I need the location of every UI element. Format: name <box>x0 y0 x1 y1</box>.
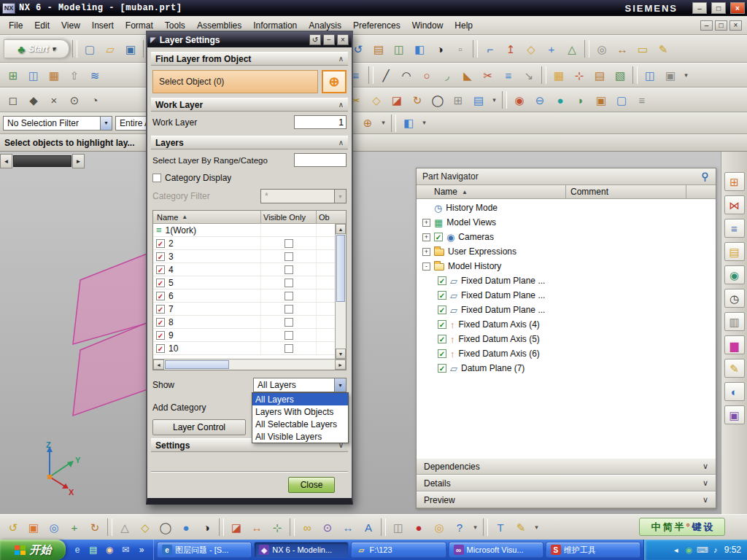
true-shading-icon[interactable]: ◑ <box>430 39 449 58</box>
menu-view[interactable]: View <box>55 18 86 34</box>
ql-show-desktop-icon[interactable]: ▤ <box>86 542 101 557</box>
tree-item[interactable]: +✓◉Cameras <box>417 230 716 244</box>
ime-item[interactable]: 设 <box>704 522 713 532</box>
scroll-down-icon[interactable]: ▼ <box>336 349 346 359</box>
ql-more-icon[interactable]: » <box>134 542 149 557</box>
line-icon[interactable]: ╱ <box>376 66 395 85</box>
grid-table-icon[interactable]: ⊞ <box>449 90 468 109</box>
window-close-button[interactable]: × <box>730 2 745 14</box>
touch-panel-icon[interactable]: ▣ <box>724 405 745 424</box>
chevron-up-icon[interactable]: ∧ <box>338 55 344 63</box>
feature-check-icon[interactable]: ✓ <box>438 306 446 314</box>
bottom-more2-icon[interactable]: ▾ <box>532 518 541 537</box>
snap-quadrant-icon[interactable]: ◔ <box>85 90 104 109</box>
column-objects[interactable]: Ob <box>317 211 346 223</box>
scroll-thumb[interactable] <box>165 360 229 369</box>
tree-item[interactable]: ✓↑Fixed Datum Axis (6) <box>417 346 716 361</box>
tray-expand-icon[interactable]: ◂ <box>670 544 682 556</box>
layer-row[interactable]: ✓6 <box>153 289 335 303</box>
extrude-icon[interactable]: ◪ <box>387 90 406 109</box>
subtract-icon[interactable]: ⊖ <box>530 90 549 109</box>
ime-item[interactable]: 键 <box>692 522 702 532</box>
taskbar-task[interactable]: ▱F:\123 <box>351 542 446 558</box>
section-layers[interactable]: Layers ∧ <box>151 136 348 149</box>
show-option[interactable]: Layers With Objects <box>252 405 348 418</box>
menu-window[interactable]: Window <box>406 18 449 34</box>
tree-item[interactable]: ✓▱Fixed Datum Plane ... <box>417 303 716 317</box>
assembly-navigator-icon[interactable]: ⊞ <box>724 172 745 191</box>
visible-only-checkbox[interactable] <box>285 239 293 248</box>
tree-item[interactable]: ✓▱Datum Plane (7) <box>417 361 716 376</box>
feature-check-icon[interactable]: ✓ <box>438 364 446 373</box>
window-new-icon[interactable]: ▣ <box>661 66 680 85</box>
ql-media-player-icon[interactable]: ◉ <box>102 542 117 557</box>
start-menu-icon[interactable]: ♣Start▾ <box>4 39 69 58</box>
layer-selectable-checkbox[interactable]: ✓ <box>156 252 165 261</box>
panel-details[interactable]: Details∨ <box>417 475 716 491</box>
row3-more-icon[interactable]: ▾ <box>489 90 499 109</box>
scroll-right-icon[interactable]: ► <box>335 359 346 370</box>
chain-link-icon[interactable]: ∞ <box>298 518 317 537</box>
constraint-navigator-icon[interactable]: ⋈ <box>724 195 745 214</box>
window-maximize-button[interactable]: □ <box>711 2 726 14</box>
circle-icon[interactable]: ○ <box>417 66 436 85</box>
snap-point-icon[interactable]: ⊕ <box>358 114 377 133</box>
ql-internet-explorer-icon[interactable]: e <box>70 542 85 557</box>
move-object-icon[interactable]: ↔ <box>247 518 266 537</box>
chevron-up-icon[interactable]: ∧ <box>338 101 344 109</box>
snap-more-icon[interactable]: ▾ <box>379 114 388 133</box>
part-navigator-icon[interactable]: ≡ <box>724 219 745 238</box>
context-help-icon[interactable]: ? <box>450 518 469 537</box>
layer-table-header[interactable]: Name ▲ Visible Only Ob <box>153 211 346 224</box>
export-part-icon[interactable]: ▫ <box>451 39 470 58</box>
orient-view-icon[interactable]: △ <box>562 39 581 58</box>
constraints-icon[interactable]: ⊙ <box>318 518 337 537</box>
layer-row[interactable]: ✓3 <box>153 250 335 263</box>
measure-distance-icon[interactable]: ↔ <box>613 39 632 58</box>
visible-only-checkbox[interactable] <box>285 292 293 300</box>
bottom-more1-icon[interactable]: ▾ <box>471 518 480 537</box>
save-file-icon[interactable]: ▣ <box>121 39 140 58</box>
view-section-icon[interactable]: ▤ <box>469 90 488 109</box>
layer-row[interactable]: ✓5 <box>153 276 335 289</box>
hd3d-tools-icon[interactable]: ◉ <box>724 265 745 284</box>
column-name[interactable]: Name <box>434 187 457 197</box>
tray-ime-icon[interactable]: ⌨ <box>697 544 708 556</box>
tree-item[interactable]: -Model History <box>417 259 716 273</box>
menu-help[interactable]: Help <box>449 18 479 34</box>
column-comment[interactable]: Comment <box>566 185 686 198</box>
feature-check-icon[interactable]: ✓ <box>434 233 443 241</box>
dialog-close-icon[interactable]: × <box>337 34 349 45</box>
chevron-down-icon[interactable]: ▼ <box>334 378 346 392</box>
feature-check-icon[interactable]: ✓ <box>438 276 446 285</box>
trim-curve-icon[interactable]: ✂ <box>479 66 498 85</box>
work-part-icon[interactable]: ◧ <box>399 114 418 133</box>
collapse-icon[interactable]: - <box>422 262 430 271</box>
show-option[interactable]: All Layers <box>252 393 348 405</box>
scroll-right-icon[interactable]: ► <box>72 154 85 168</box>
promote-body-icon[interactable]: ⇧ <box>65 66 84 85</box>
layer-selectable-checkbox[interactable]: ✓ <box>156 331 165 340</box>
column-headers[interactable]: Name ▲ Comment <box>417 185 716 199</box>
layer-row[interactable]: ✓10 <box>153 342 335 355</box>
perspective-view-icon[interactable]: △ <box>115 518 134 537</box>
datum-plane-small-icon[interactable]: ◇ <box>367 90 386 109</box>
pattern-face-icon[interactable]: ⊞ <box>4 66 23 85</box>
synchronous-modeling-icon[interactable]: ≋ <box>85 66 104 85</box>
part-navigator-header[interactable]: Part Navigator <box>417 168 716 185</box>
datum-grid-icon[interactable]: ▦ <box>549 66 568 85</box>
taskbar-task[interactable]: ∞Microsoft Visu... <box>449 542 543 558</box>
category-display-checkbox[interactable] <box>152 174 161 182</box>
ime-toolbar[interactable]: 中简半°键设 <box>639 518 725 536</box>
tree-item[interactable]: ◷History Mode <box>417 201 716 215</box>
project-curve-icon[interactable]: ↘ <box>519 66 538 85</box>
horizontal-scrollbar[interactable]: ◄ ► <box>153 359 346 370</box>
shaded-view-icon[interactable]: ◧ <box>410 39 429 58</box>
point-icon[interactable]: + <box>542 39 561 58</box>
visible-only-checkbox[interactable] <box>285 252 293 261</box>
ime-item[interactable]: 中 <box>651 522 660 532</box>
panel-dependencies[interactable]: Dependencies∨ <box>417 458 716 475</box>
show-combo[interactable]: All Layers ▼ All LayersLayers With Objec… <box>253 378 347 392</box>
shaded-display-icon[interactable]: ● <box>177 518 196 537</box>
snap-endpoint-icon[interactable]: ◻ <box>4 90 23 109</box>
